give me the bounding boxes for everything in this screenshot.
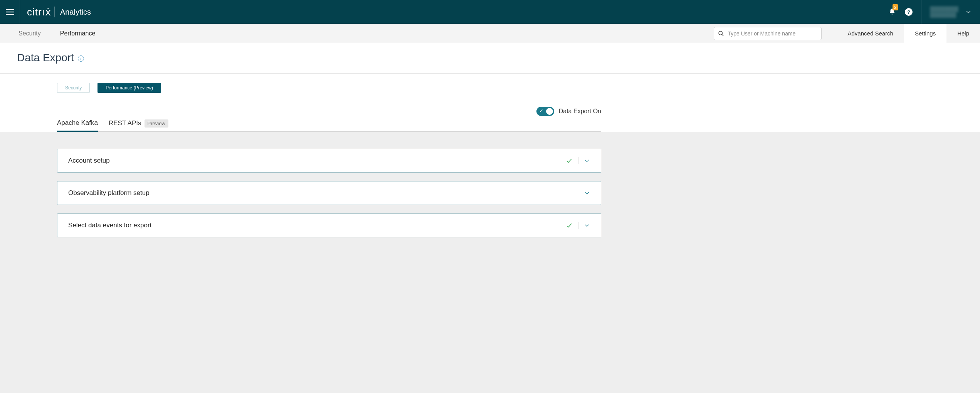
check-icon: ✓ xyxy=(539,108,543,114)
help-button[interactable]: ? xyxy=(905,8,913,16)
panel-observability[interactable]: Observability platform setup xyxy=(57,181,601,205)
product-name: Analytics xyxy=(60,8,91,17)
pill-performance[interactable]: Performance (Preview) xyxy=(97,83,161,93)
search-input[interactable] xyxy=(728,30,817,37)
brand-block: citrıẋ Analytics xyxy=(20,6,91,18)
subnav-tab-performance[interactable]: Performance xyxy=(60,30,96,37)
panel-title: Observability platform setup xyxy=(68,189,584,197)
sub-nav: Security Performance Advanced Search Set… xyxy=(0,24,980,43)
page-title: Data Export xyxy=(17,52,74,64)
panel-actions xyxy=(566,157,590,164)
chevron-down-icon[interactable] xyxy=(584,190,590,196)
chevron-down-icon[interactable] xyxy=(584,222,590,228)
search-icon xyxy=(718,30,724,37)
svg-rect-0 xyxy=(6,9,14,10)
content-area: Security Performance (Preview) ✓ Data Ex… xyxy=(0,74,980,132)
search-box[interactable] xyxy=(714,27,822,40)
tab-rest[interactable]: REST APIs Preview xyxy=(109,119,168,131)
settings-link[interactable]: Settings xyxy=(904,24,946,43)
svg-line-4 xyxy=(722,34,723,36)
user-name: ████████ xyxy=(930,6,958,12)
checkmark-icon xyxy=(566,222,573,229)
panel-select-events[interactable]: Select data events for export xyxy=(57,213,601,237)
brand-divider xyxy=(54,7,55,17)
svg-point-3 xyxy=(719,31,722,35)
pill-tabs: Security Performance (Preview) xyxy=(57,83,601,93)
user-info: ████████ ████████ xyxy=(930,6,958,18)
toggle-label: Data Export On xyxy=(559,108,601,115)
advanced-search-link[interactable]: Advanced Search xyxy=(837,24,904,43)
pill-security[interactable]: Security xyxy=(57,83,90,93)
notification-count: 2 xyxy=(893,4,898,10)
separator xyxy=(578,222,578,229)
toggle-row: ✓ Data Export On xyxy=(57,107,601,116)
user-menu[interactable]: ████████ ████████ xyxy=(921,0,980,24)
notifications-button[interactable]: 2 xyxy=(889,8,896,16)
hamburger-icon xyxy=(6,8,14,16)
chevron-down-icon xyxy=(965,9,972,15)
chevron-down-icon[interactable] xyxy=(584,158,590,164)
preview-badge: Preview xyxy=(145,119,168,128)
panel-account-setup[interactable]: Account setup xyxy=(57,149,601,173)
separator xyxy=(578,157,578,164)
data-export-toggle[interactable]: ✓ xyxy=(536,107,554,116)
tab-rest-label: REST APIs xyxy=(109,119,141,127)
toggle-knob xyxy=(546,108,553,115)
page-title-bar: Data Export i xyxy=(0,43,980,74)
svg-rect-1 xyxy=(6,12,14,12)
panel-title: Select data events for export xyxy=(68,222,566,229)
export-tabs: Apache Kafka REST APIs Preview xyxy=(57,119,601,132)
subnav-tab-security[interactable]: Security xyxy=(18,30,41,37)
help-link[interactable]: Help xyxy=(946,24,980,43)
panel-actions xyxy=(566,222,590,229)
top-bar: citrıẋ Analytics 2 ? ████████ ████████ xyxy=(0,0,980,24)
panel-title: Account setup xyxy=(68,157,566,165)
menu-button[interactable] xyxy=(0,0,20,24)
panel-actions xyxy=(584,190,590,196)
info-icon[interactable]: i xyxy=(78,55,84,62)
user-org: ████████ xyxy=(930,12,958,18)
tab-kafka[interactable]: Apache Kafka xyxy=(57,119,98,132)
brand-logo: citrıẋ xyxy=(27,6,51,18)
checkmark-icon xyxy=(566,157,573,164)
panels-area: Account setup Observability platform set… xyxy=(0,132,980,257)
svg-rect-2 xyxy=(6,14,14,15)
